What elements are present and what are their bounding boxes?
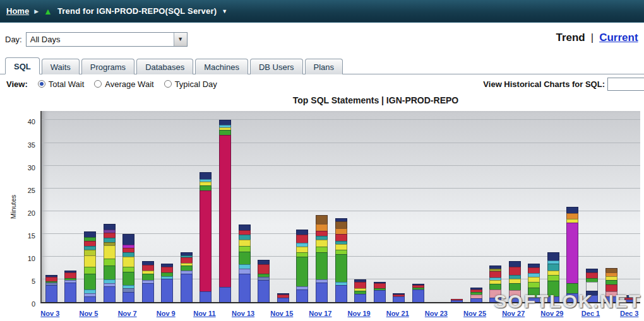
bar-nov-17[interactable]: [316, 215, 328, 302]
bar-segment: [316, 283, 328, 302]
bar-nov-28[interactable]: [528, 264, 540, 302]
bar-nov-4[interactable]: [64, 271, 76, 302]
bar-segment: [142, 274, 154, 280]
bar-segment: [316, 240, 328, 247]
bar-segment: [239, 230, 251, 235]
bar-nov-3[interactable]: [45, 275, 57, 302]
x-axis-label-link[interactable]: Nov 9: [157, 310, 176, 317]
bar-segment: [45, 285, 57, 302]
x-axis-label-link[interactable]: Nov 19: [348, 310, 371, 317]
historical-sql-input[interactable]: [607, 78, 644, 91]
radio-total-wait[interactable]: Total Wait: [38, 79, 85, 89]
day-dropdown-caret-icon[interactable]: ▼: [174, 33, 187, 46]
bar-nov-7[interactable]: [122, 234, 134, 302]
x-axis-label-link[interactable]: Dec 1: [581, 310, 600, 317]
bar-nov-16[interactable]: [296, 230, 308, 302]
bar-nov-6[interactable]: [104, 224, 116, 302]
x-axis-label-link[interactable]: Nov 21: [386, 310, 409, 317]
bar-nov-19[interactable]: [354, 279, 366, 302]
tab-databases[interactable]: Databases: [136, 59, 193, 74]
bar-nov-15[interactable]: [277, 293, 289, 302]
bar-nov-21[interactable]: [393, 293, 405, 302]
bar-segment: [104, 238, 116, 242]
bar-segment: [566, 283, 578, 293]
bar-segment: [566, 223, 578, 283]
radio-button-icon: [94, 80, 102, 88]
bar-segment: [104, 286, 116, 302]
bar-dec-2[interactable]: [605, 268, 617, 302]
tab-waits[interactable]: Waits: [42, 59, 80, 74]
bar-segment: [316, 247, 328, 252]
radio-label: Typical Day: [175, 79, 217, 89]
x-axis-label-link[interactable]: Nov 27: [502, 310, 525, 317]
bar-nov-20[interactable]: [374, 282, 386, 302]
x-axis-label-link[interactable]: Nov 3: [40, 310, 59, 317]
current-mode-link[interactable]: Current: [599, 32, 638, 44]
tab-machines[interactable]: Machines: [195, 59, 248, 74]
x-axis-label-link[interactable]: Nov 23: [425, 310, 448, 317]
y-axis-tick-label: 10: [28, 255, 35, 262]
bar-segment: [509, 283, 521, 290]
bar-segment: [335, 250, 347, 254]
bar-nov-18[interactable]: [335, 218, 347, 302]
bar-nov-10[interactable]: [181, 252, 193, 302]
tab-programs[interactable]: Programs: [81, 59, 134, 74]
bar-segment: [239, 264, 251, 269]
x-axis-label-link[interactable]: Dec 3: [620, 310, 638, 317]
bar-segment: [624, 300, 636, 302]
bar-nov-26[interactable]: [489, 266, 501, 302]
bar-nov-22[interactable]: [412, 284, 424, 302]
bar-nov-5[interactable]: [84, 231, 96, 302]
bar-nov-8[interactable]: [142, 261, 154, 302]
x-axis-label-link[interactable]: Nov 25: [463, 310, 486, 317]
bar-segment: [412, 289, 424, 302]
bar-segment: [451, 300, 463, 302]
bar-nov-29[interactable]: [547, 252, 559, 302]
bar-segment: [122, 292, 134, 302]
bar-segment: [509, 261, 521, 267]
y-axis-tick-label: 40: [28, 118, 35, 125]
x-axis-label-link[interactable]: Nov 15: [270, 310, 293, 317]
bar-dec-3[interactable]: [624, 295, 636, 302]
home-link[interactable]: Home: [6, 6, 29, 16]
bar-segment: [489, 271, 501, 277]
bar-nov-30[interactable]: [566, 207, 578, 302]
bar-segment: [142, 283, 154, 302]
bar-nov-24[interactable]: [451, 299, 463, 302]
bar-segment: [605, 268, 617, 272]
tab-sql[interactable]: SQL: [5, 57, 40, 74]
plot-area: [40, 111, 640, 303]
x-axis-label-link[interactable]: Nov 7: [118, 310, 137, 317]
bar-segment: [104, 233, 116, 237]
tab-plans[interactable]: Plans: [305, 59, 343, 74]
radio-average-wait[interactable]: Average Wait: [94, 79, 153, 89]
x-axis-label-link[interactable]: Nov 17: [309, 310, 331, 317]
bar-nov-25[interactable]: [470, 288, 482, 302]
bar-nov-11[interactable]: [200, 172, 212, 302]
x-axis-label-link[interactable]: Nov 29: [540, 310, 563, 317]
bar-nov-14[interactable]: [258, 260, 270, 302]
bar-segment: [296, 289, 308, 302]
bar-segment: [84, 267, 96, 274]
x-axis-label-link[interactable]: Nov 11: [193, 310, 215, 317]
x-axis-label-link[interactable]: Nov 5: [79, 310, 98, 317]
bar-nov-9[interactable]: [161, 264, 173, 302]
title-dropdown-caret-icon[interactable]: ▼: [222, 8, 227, 15]
bar-segment: [161, 279, 173, 303]
day-dropdown[interactable]: All Days ▼: [26, 32, 188, 47]
bar-nov-13[interactable]: [239, 225, 251, 302]
bar-segment: [528, 298, 540, 302]
bar-segment: [374, 283, 386, 288]
bar-segment: [104, 266, 116, 279]
bar-nov-27[interactable]: [509, 261, 521, 302]
bar-segment: [605, 280, 617, 284]
tab-db-users[interactable]: DB Users: [250, 59, 303, 74]
bar-segment: [489, 289, 501, 298]
x-axis-label-link[interactable]: Nov 13: [232, 310, 254, 317]
bar-dec-1[interactable]: [586, 269, 598, 302]
bar-nov-12[interactable]: [219, 120, 231, 302]
bar-segment: [296, 235, 308, 243]
day-label: Day:: [5, 35, 22, 44]
radio-typical-day[interactable]: Typical Day: [164, 79, 217, 89]
bar-segment: [104, 245, 116, 259]
